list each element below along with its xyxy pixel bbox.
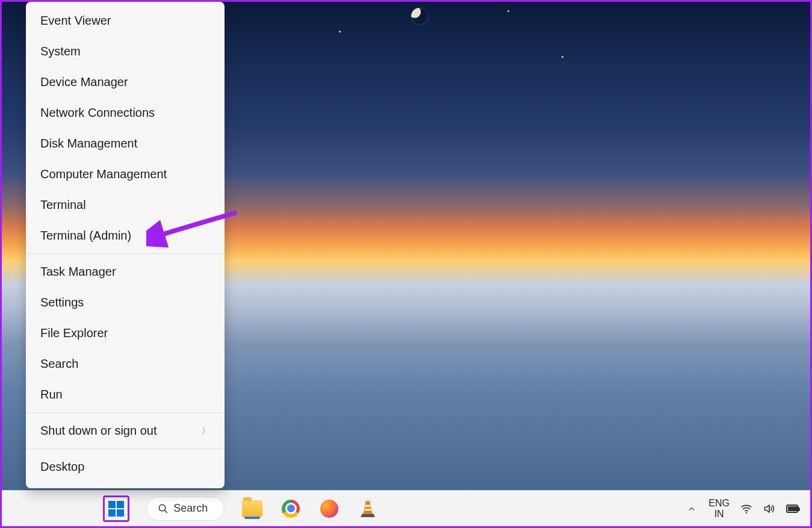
menu-item-label: Device Manager [40,75,128,89]
menu-item-terminal-admin[interactable]: Terminal (Admin) [26,220,225,251]
menu-item-label: Network Connections [40,106,155,120]
menu-item-task-manager[interactable]: Task Manager [26,256,225,287]
folder-icon [242,500,262,517]
svg-line-2 [164,510,167,513]
vlc-icon [359,500,376,518]
menu-item-computer-management[interactable]: Computer Management [26,159,225,190]
menu-item-disk-management[interactable]: Disk Management [26,128,225,159]
svg-marker-3 [364,501,373,514]
menu-item-network-connections[interactable]: Network Connections [26,98,225,128]
menu-separator [26,449,225,449]
taskbar-file-explorer-button[interactable] [241,498,263,520]
lang-line1: ENG [708,498,730,509]
system-tray: ENG IN [686,498,798,519]
svg-rect-5 [365,509,371,511]
svg-marker-6 [361,514,375,517]
taskbar: Search ENG IN [2,490,810,526]
battery-icon [786,505,798,513]
desktop-wallpaper[interactable]: Event Viewer System Device Manager Netwo… [2,2,810,490]
menu-item-terminal[interactable]: Terminal [26,190,225,220]
menu-item-label: Shut down or sign out [40,424,157,438]
taskbar-chrome-button[interactable] [280,498,302,520]
windows-logo-icon [108,501,124,517]
menu-item-event-viewer[interactable]: Event Viewer [26,5,225,36]
menu-item-label: Search [40,357,78,371]
firefox-icon [320,500,338,518]
taskbar-vlc-button[interactable] [357,498,379,520]
menu-item-shutdown-signout[interactable]: Shut down or sign out 〉 [26,415,225,446]
star-graphic [562,56,563,58]
menu-item-file-explorer[interactable]: File Explorer [26,318,225,349]
menu-separator [26,412,225,413]
menu-item-label: Terminal (Admin) [40,229,131,243]
menu-item-desktop[interactable]: Desktop [26,452,225,482]
menu-item-run[interactable]: Run [26,379,225,410]
star-graphic [339,31,341,33]
speaker-icon [763,502,775,515]
moon-graphic [409,5,430,27]
menu-item-label: File Explorer [40,326,108,340]
tray-volume-button[interactable] [763,503,775,515]
menu-item-label: Computer Management [40,167,167,181]
search-label: Search [173,502,208,515]
menu-item-label: System [40,45,81,58]
menu-item-settings[interactable]: Settings [26,287,225,318]
lang-line2: IN [708,509,730,520]
svg-rect-4 [365,505,371,506]
menu-item-label: Event Viewer [40,14,111,28]
menu-item-label: Settings [40,296,84,309]
tray-overflow-button[interactable] [686,503,698,515]
svg-point-7 [746,512,748,514]
menu-separator [26,253,225,254]
chrome-icon [282,500,300,518]
language-indicator[interactable]: ENG IN [708,498,730,519]
taskbar-search-button[interactable]: Search [146,497,225,521]
menu-item-label: Run [40,388,63,402]
taskbar-firefox-button[interactable] [318,498,340,520]
menu-item-label: Task Manager [40,265,116,279]
star-graphic [507,10,509,12]
search-icon [158,503,169,514]
chevron-up-icon [687,505,696,513]
chevron-right-icon: 〉 [202,426,210,436]
svg-marker-8 [765,505,770,512]
start-button[interactable] [103,495,129,522]
menu-item-label: Desktop [40,460,84,474]
menu-item-label: Disk Management [40,137,137,151]
tray-wifi-button[interactable] [740,503,752,515]
winx-context-menu: Event Viewer System Device Manager Netwo… [26,2,225,488]
menu-item-device-manager[interactable]: Device Manager [26,67,225,98]
tray-battery-button[interactable] [786,503,798,515]
svg-point-1 [159,505,166,511]
wifi-icon [740,502,752,515]
menu-item-search[interactable]: Search [26,349,225,379]
menu-item-label: Terminal [40,198,86,212]
menu-item-system[interactable]: System [26,36,225,67]
